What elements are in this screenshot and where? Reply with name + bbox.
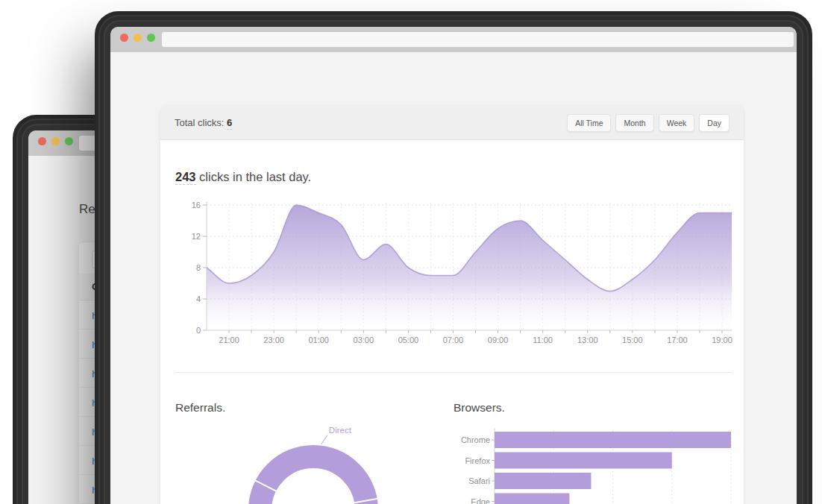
total-clicks-label: Total clicks: <box>175 117 224 128</box>
bar-firefox <box>495 453 672 469</box>
range-button-month[interactable]: Month <box>615 114 653 132</box>
traffic-light-buttons <box>38 137 73 145</box>
stats-card: Total clicks: 6 All TimeMonthWeekDay 243… <box>160 106 744 504</box>
bar-label: Chrome <box>461 435 490 444</box>
x-axis-label: 09:00 <box>488 336 509 344</box>
screenshot-stage: Recen Origi https:https:https:https:http… <box>0 0 822 504</box>
bar-label: Firefox <box>465 456 490 465</box>
x-axis-label: 17:00 <box>667 336 688 344</box>
range-button-day[interactable]: Day <box>699 114 730 132</box>
bar-label: Safari <box>468 476 490 485</box>
bar-label: Edge <box>471 497 490 504</box>
x-axis-label: 19:00 <box>712 336 732 344</box>
x-axis-label: 05:00 <box>398 336 419 344</box>
clicks-headline-text: clicks in the last day. <box>196 170 312 183</box>
main-browser-window: Total clicks: 6 All TimeMonthWeekDay 243… <box>110 27 797 504</box>
total-clicks-value: 6 <box>227 117 232 130</box>
zoom-window-button[interactable] <box>65 137 73 145</box>
range-button-week[interactable]: Week <box>659 114 695 132</box>
x-axis-label: 07:00 <box>443 336 464 344</box>
minimize-window-button[interactable] <box>134 34 142 42</box>
browsers-section-title: Browsers. <box>454 401 505 415</box>
x-axis-label: 15:00 <box>622 336 643 344</box>
time-range-buttons: All TimeMonthWeekDay <box>567 114 730 132</box>
total-clicks: Total clicks: 6 <box>175 117 232 128</box>
y-axis-label: 8 <box>196 263 201 272</box>
x-axis-label: 01:00 <box>308 336 329 344</box>
main-window-titlebar <box>110 27 797 52</box>
y-axis-label: 16 <box>192 201 201 210</box>
close-window-button[interactable] <box>120 34 128 42</box>
x-axis-label: 23:00 <box>263 336 284 344</box>
zoom-window-button[interactable] <box>147 34 155 42</box>
minimize-window-button[interactable] <box>51 137 60 145</box>
clicks-headline: 243 clicks in the last day. <box>175 170 311 184</box>
referrals-donut-chart: Direct <box>224 424 403 504</box>
y-axis-label: 0 <box>196 326 201 335</box>
traffic-light-buttons <box>120 34 155 42</box>
bar-chrome <box>495 432 731 448</box>
bar-edge <box>495 494 569 504</box>
stats-card-header: Total clicks: 6 All TimeMonthWeekDay <box>160 106 744 140</box>
y-axis-label: 12 <box>192 232 201 241</box>
clicks-count: 243 <box>175 170 196 185</box>
range-button-all-time[interactable]: All Time <box>567 114 611 132</box>
referrals-section-title: Referrals. <box>175 401 225 415</box>
y-axis-label: 4 <box>196 294 201 303</box>
x-axis-label: 13:00 <box>577 336 598 344</box>
x-axis-label: 03:00 <box>354 336 374 344</box>
url-bar[interactable] <box>162 32 794 47</box>
section-divider <box>175 372 732 373</box>
clicks-area-chart: 048121621:0023:0001:0003:0005:0007:0009:… <box>190 201 742 348</box>
x-axis-label: 21:00 <box>219 336 239 344</box>
main-window-content: Total clicks: 6 All TimeMonthWeekDay 243… <box>110 52 797 504</box>
x-axis-label: 11:00 <box>533 336 553 344</box>
browsers-bar-chart: ChromeFirefoxSafariEdgeOther <box>448 424 742 504</box>
label-leader-line <box>321 435 327 444</box>
donut-ring <box>260 457 367 504</box>
bar-safari <box>495 473 591 489</box>
slice-label-direct: Direct <box>329 426 352 435</box>
close-window-button[interactable] <box>38 137 46 145</box>
